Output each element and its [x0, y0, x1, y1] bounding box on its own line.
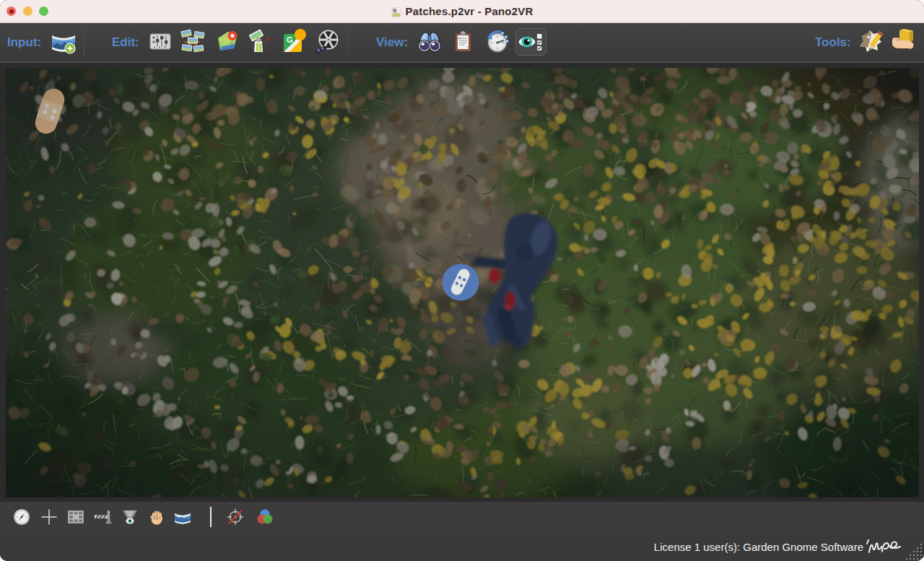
svg-text:G: G — [287, 35, 293, 44]
